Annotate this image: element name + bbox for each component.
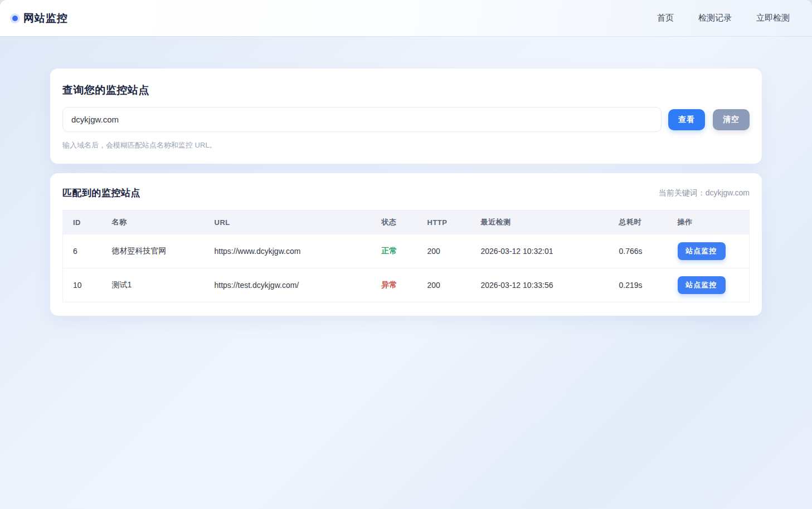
- nav-item-records[interactable]: 检测记录: [698, 13, 732, 23]
- cell-name: 测试1: [102, 268, 205, 302]
- app-title: 网站监控: [23, 11, 68, 26]
- site-monitor-button[interactable]: 站点监控: [678, 242, 726, 260]
- cell-url: https://test.dcykjgw.com/: [205, 268, 372, 302]
- results-card: 匹配到的监控站点 当前关键词：dcykjgw.com ID 名称 URL 状态 …: [50, 173, 762, 316]
- query-row: 查看 清空: [62, 107, 750, 132]
- page: 网站监控 首页 检测记录 立即检测 查询您的监控站点 查看 清空 输入域名后，会…: [0, 0, 812, 509]
- brand: 网站监控: [12, 11, 68, 26]
- cell-duration: 0.766s: [609, 234, 668, 268]
- monitor-table: ID 名称 URL 状态 HTTP 最近检测 总耗时 操作 6 德材翌科技官网: [62, 210, 750, 302]
- main-content: 查询您的监控站点 查看 清空 输入域名后，会模糊匹配站点名称和监控 URL。 匹…: [0, 36, 812, 316]
- query-hint: 输入域名后，会模糊匹配站点名称和监控 URL。: [62, 140, 750, 150]
- cell-http-code: 200: [417, 234, 471, 268]
- nav-item-home[interactable]: 首页: [657, 13, 674, 23]
- table-header-row: ID 名称 URL 状态 HTTP 最近检测 总耗时 操作: [63, 211, 750, 234]
- nav-item-check-now[interactable]: 立即检测: [756, 13, 790, 23]
- site-monitor-button[interactable]: 站点监控: [678, 276, 726, 294]
- results-header: 匹配到的监控站点 当前关键词：dcykjgw.com: [62, 187, 750, 199]
- col-header-id: ID: [63, 211, 102, 234]
- col-header-name: 名称: [102, 211, 205, 234]
- cell-last-check: 2026-03-12 10:32:01: [471, 234, 609, 268]
- clear-button[interactable]: 清空: [713, 109, 750, 130]
- cell-name: 德材翌科技官网: [102, 234, 205, 268]
- cell-duration: 0.219s: [609, 268, 668, 302]
- cell-id: 10: [63, 268, 102, 302]
- col-header-status: 状态: [372, 211, 417, 234]
- cell-id: 6: [63, 234, 102, 268]
- status-badge: 异常: [382, 280, 397, 289]
- results-title: 匹配到的监控站点: [62, 187, 140, 199]
- col-header-http: HTTP: [417, 211, 471, 234]
- topbar: 网站监控 首页 检测记录 立即检测: [0, 0, 812, 36]
- status-badge: 正常: [382, 246, 397, 255]
- domain-search-input[interactable]: [62, 107, 662, 132]
- brand-dot-icon: [12, 16, 18, 21]
- cell-http-code: 200: [417, 268, 471, 302]
- col-header-last-check: 最近检测: [471, 211, 609, 234]
- col-header-duration: 总耗时: [609, 211, 668, 234]
- table-row: 6 德材翌科技官网 https://www.dcykjgw.com 正常 200…: [63, 234, 750, 268]
- current-keyword: 当前关键词：dcykjgw.com: [659, 188, 750, 198]
- col-header-url: URL: [205, 211, 372, 234]
- query-card-title: 查询您的监控站点: [62, 83, 750, 97]
- col-header-actions: 操作: [668, 211, 750, 234]
- table-row: 10 测试1 https://test.dcykjgw.com/ 异常 200 …: [63, 268, 750, 302]
- cell-last-check: 2026-03-12 10:33:56: [471, 268, 609, 302]
- cell-url: https://www.dcykjgw.com: [205, 234, 372, 268]
- main-nav: 首页 检测记录 立即检测: [657, 13, 790, 23]
- view-button[interactable]: 查看: [668, 109, 705, 130]
- query-card: 查询您的监控站点 查看 清空 输入域名后，会模糊匹配站点名称和监控 URL。: [50, 68, 762, 164]
